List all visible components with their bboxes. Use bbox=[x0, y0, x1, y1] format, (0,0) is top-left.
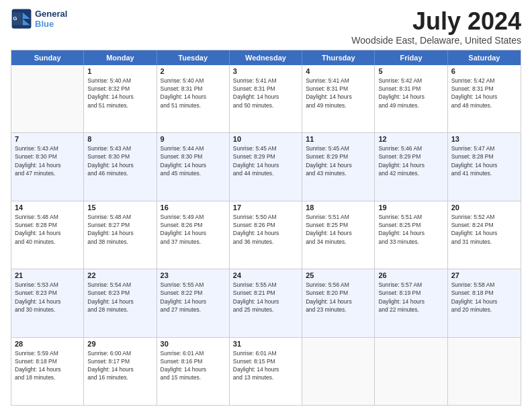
day-number: 10 bbox=[233, 135, 298, 143]
day-info: Sunrise: 5:56 AM Sunset: 8:20 PM Dayligh… bbox=[306, 281, 371, 314]
day-number: 8 bbox=[87, 135, 152, 143]
day-number: 26 bbox=[378, 271, 443, 279]
day-info: Sunrise: 5:51 AM Sunset: 8:25 PM Dayligh… bbox=[306, 213, 371, 246]
calendar-cell: 6Sunrise: 5:42 AM Sunset: 8:31 PM Daylig… bbox=[448, 65, 521, 132]
day-info: Sunrise: 6:01 AM Sunset: 8:16 PM Dayligh… bbox=[161, 349, 226, 382]
calendar-cell: 19Sunrise: 5:51 AM Sunset: 8:25 PM Dayli… bbox=[375, 201, 447, 269]
calendar-cell: 7Sunrise: 5:43 AM Sunset: 8:30 PM Daylig… bbox=[11, 133, 84, 200]
calendar-cell: 16Sunrise: 5:49 AM Sunset: 8:26 PM Dayli… bbox=[157, 201, 230, 269]
calendar-cell: 22Sunrise: 5:54 AM Sunset: 8:23 PM Dayli… bbox=[84, 269, 157, 336]
calendar-cell: 2Sunrise: 5:40 AM Sunset: 8:31 PM Daylig… bbox=[157, 65, 230, 132]
day-of-week-header: Monday bbox=[84, 50, 157, 65]
day-of-week-header: Wednesday bbox=[230, 50, 302, 65]
day-number: 7 bbox=[15, 135, 80, 143]
calendar-row: 1Sunrise: 5:40 AM Sunset: 8:32 PM Daylig… bbox=[11, 65, 521, 132]
day-info: Sunrise: 5:43 AM Sunset: 8:30 PM Dayligh… bbox=[15, 144, 80, 177]
day-info: Sunrise: 5:45 AM Sunset: 8:29 PM Dayligh… bbox=[233, 144, 298, 177]
calendar-cell bbox=[375, 338, 447, 405]
subtitle: Woodside East, Delaware, United States bbox=[351, 35, 521, 46]
svg-text:G: G bbox=[13, 15, 17, 21]
day-info: Sunrise: 5:52 AM Sunset: 8:24 PM Dayligh… bbox=[451, 213, 517, 246]
day-info: Sunrise: 5:47 AM Sunset: 8:28 PM Dayligh… bbox=[451, 144, 517, 177]
day-number: 30 bbox=[161, 340, 226, 348]
day-number: 12 bbox=[378, 135, 443, 143]
calendar-cell: 13Sunrise: 5:47 AM Sunset: 8:28 PM Dayli… bbox=[448, 133, 521, 200]
day-info: Sunrise: 5:50 AM Sunset: 8:26 PM Dayligh… bbox=[233, 213, 298, 246]
day-number: 29 bbox=[87, 340, 152, 348]
logo-text: General Blue bbox=[35, 9, 67, 29]
day-number: 9 bbox=[161, 135, 226, 143]
day-of-week-header: Tuesday bbox=[157, 50, 230, 65]
day-info: Sunrise: 5:42 AM Sunset: 8:31 PM Dayligh… bbox=[378, 77, 443, 109]
day-number: 13 bbox=[451, 135, 517, 143]
day-info: Sunrise: 5:53 AM Sunset: 8:23 PM Dayligh… bbox=[15, 281, 80, 314]
day-info: Sunrise: 5:44 AM Sunset: 8:30 PM Dayligh… bbox=[161, 144, 226, 177]
calendar-row: 21Sunrise: 5:53 AM Sunset: 8:23 PM Dayli… bbox=[11, 269, 521, 336]
day-number: 5 bbox=[378, 67, 443, 75]
day-info: Sunrise: 5:42 AM Sunset: 8:31 PM Dayligh… bbox=[451, 77, 517, 109]
calendar-cell: 31Sunrise: 6:01 AM Sunset: 8:15 PM Dayli… bbox=[230, 338, 302, 405]
day-info: Sunrise: 5:45 AM Sunset: 8:29 PM Dayligh… bbox=[306, 144, 371, 177]
calendar-cell: 28Sunrise: 5:59 AM Sunset: 8:18 PM Dayli… bbox=[11, 338, 84, 405]
calendar-cell: 24Sunrise: 5:55 AM Sunset: 8:21 PM Dayli… bbox=[230, 269, 302, 336]
day-info: Sunrise: 6:01 AM Sunset: 8:15 PM Dayligh… bbox=[233, 349, 298, 382]
calendar-cell: 12Sunrise: 5:46 AM Sunset: 8:29 PM Dayli… bbox=[375, 133, 447, 200]
day-info: Sunrise: 5:48 AM Sunset: 8:28 PM Dayligh… bbox=[15, 213, 80, 246]
day-number: 22 bbox=[87, 271, 152, 279]
day-number: 14 bbox=[15, 203, 80, 212]
calendar-cell: 11Sunrise: 5:45 AM Sunset: 8:29 PM Dayli… bbox=[302, 133, 375, 200]
day-info: Sunrise: 5:49 AM Sunset: 8:26 PM Dayligh… bbox=[161, 213, 226, 246]
day-number: 19 bbox=[378, 203, 443, 212]
day-of-week-header: Thursday bbox=[302, 50, 375, 65]
day-number: 2 bbox=[161, 67, 226, 75]
calendar-cell: 9Sunrise: 5:44 AM Sunset: 8:30 PM Daylig… bbox=[157, 133, 230, 200]
day-number: 23 bbox=[161, 271, 226, 279]
calendar-cell: 25Sunrise: 5:56 AM Sunset: 8:20 PM Dayli… bbox=[302, 269, 375, 336]
calendar-cell bbox=[11, 65, 84, 132]
day-number: 27 bbox=[451, 271, 517, 279]
day-number: 1 bbox=[87, 67, 152, 75]
calendar-cell: 3Sunrise: 5:41 AM Sunset: 8:31 PM Daylig… bbox=[230, 65, 302, 132]
calendar-cell: 17Sunrise: 5:50 AM Sunset: 8:26 PM Dayli… bbox=[230, 201, 302, 269]
day-info: Sunrise: 5:48 AM Sunset: 8:27 PM Dayligh… bbox=[87, 213, 152, 246]
calendar-cell: 10Sunrise: 5:45 AM Sunset: 8:29 PM Dayli… bbox=[230, 133, 302, 200]
calendar-cell: 5Sunrise: 5:42 AM Sunset: 8:31 PM Daylig… bbox=[375, 65, 447, 132]
day-number: 18 bbox=[306, 203, 371, 212]
day-number: 25 bbox=[306, 271, 371, 279]
calendar-cell: 8Sunrise: 5:43 AM Sunset: 8:30 PM Daylig… bbox=[84, 133, 157, 200]
calendar-cell: 1Sunrise: 5:40 AM Sunset: 8:32 PM Daylig… bbox=[84, 65, 157, 132]
calendar-cell: 21Sunrise: 5:53 AM Sunset: 8:23 PM Dayli… bbox=[11, 269, 84, 336]
day-number: 16 bbox=[161, 203, 226, 212]
calendar-cell bbox=[302, 338, 375, 405]
day-info: Sunrise: 5:40 AM Sunset: 8:31 PM Dayligh… bbox=[161, 77, 226, 109]
calendar-cell: 23Sunrise: 5:55 AM Sunset: 8:22 PM Dayli… bbox=[157, 269, 230, 336]
calendar-cell: 20Sunrise: 5:52 AM Sunset: 8:24 PM Dayli… bbox=[448, 201, 521, 269]
day-info: Sunrise: 5:40 AM Sunset: 8:32 PM Dayligh… bbox=[87, 77, 152, 109]
day-info: Sunrise: 5:55 AM Sunset: 8:22 PM Dayligh… bbox=[161, 281, 226, 314]
day-number: 21 bbox=[15, 271, 80, 279]
calendar-cell: 29Sunrise: 6:00 AM Sunset: 8:17 PM Dayli… bbox=[84, 338, 157, 405]
day-number: 20 bbox=[451, 203, 517, 212]
day-info: Sunrise: 5:41 AM Sunset: 8:31 PM Dayligh… bbox=[233, 77, 298, 109]
calendar-cell: 27Sunrise: 5:58 AM Sunset: 8:18 PM Dayli… bbox=[448, 269, 521, 336]
day-number: 11 bbox=[306, 135, 371, 143]
calendar-cell: 15Sunrise: 5:48 AM Sunset: 8:27 PM Dayli… bbox=[84, 201, 157, 269]
logo: G General Blue bbox=[11, 8, 67, 30]
calendar: SundayMondayTuesdayWednesdayThursdayFrid… bbox=[11, 50, 521, 406]
calendar-cell: 4Sunrise: 5:41 AM Sunset: 8:31 PM Daylig… bbox=[302, 65, 375, 132]
title-block: July 2024 Woodside East, Delaware, Unite… bbox=[351, 8, 521, 46]
day-info: Sunrise: 6:00 AM Sunset: 8:17 PM Dayligh… bbox=[87, 349, 152, 382]
calendar-header: SundayMondayTuesdayWednesdayThursdayFrid… bbox=[11, 50, 521, 65]
day-number: 31 bbox=[233, 340, 298, 348]
day-of-week-header: Sunday bbox=[11, 50, 84, 65]
calendar-cell: 30Sunrise: 6:01 AM Sunset: 8:16 PM Dayli… bbox=[157, 338, 230, 405]
day-info: Sunrise: 5:46 AM Sunset: 8:29 PM Dayligh… bbox=[378, 144, 443, 177]
page: G General Blue July 2024 Woodside East, … bbox=[0, 0, 532, 411]
calendar-row: 7Sunrise: 5:43 AM Sunset: 8:30 PM Daylig… bbox=[11, 132, 521, 200]
calendar-cell: 26Sunrise: 5:57 AM Sunset: 8:19 PM Dayli… bbox=[375, 269, 447, 336]
day-number: 6 bbox=[451, 67, 517, 75]
day-info: Sunrise: 5:55 AM Sunset: 8:21 PM Dayligh… bbox=[233, 281, 298, 314]
day-info: Sunrise: 5:58 AM Sunset: 8:18 PM Dayligh… bbox=[451, 281, 517, 314]
logo-icon: G bbox=[11, 8, 32, 30]
calendar-cell: 14Sunrise: 5:48 AM Sunset: 8:28 PM Dayli… bbox=[11, 201, 84, 269]
